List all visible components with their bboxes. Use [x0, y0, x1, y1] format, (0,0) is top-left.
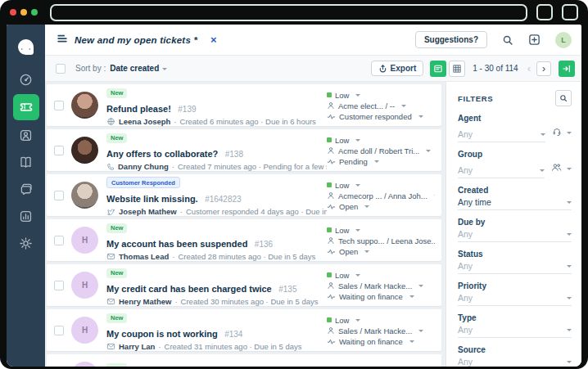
suggestions-button[interactable]: Suggestions? — [415, 31, 487, 48]
contact-name[interactable]: Thomas Lead — [119, 252, 169, 262]
ticket-id: #134 — [224, 330, 242, 339]
sidebar-item-solutions[interactable] — [13, 150, 39, 174]
sort-dropdown[interactable]: Date created — [110, 64, 167, 73]
priority-dropdown[interactable]: Low — [327, 226, 435, 235]
priority-dropdown[interactable]: Low — [327, 136, 435, 145]
status-dropdown[interactable]: Open — [327, 202, 435, 211]
contact-name[interactable]: Danny Chung — [118, 162, 169, 172]
priority-dropdown[interactable]: Low — [327, 366, 435, 367]
priority-dropdown[interactable]: Low — [327, 316, 435, 325]
sidebar-item-tickets[interactable] — [13, 94, 39, 120]
ticket-meta: Customer responded 4 days ago · Due in a… — [186, 207, 327, 217]
priority-value: Low — [335, 136, 349, 145]
assignee-dropdown[interactable]: Acme elect... / -- — [327, 101, 435, 110]
user-avatar[interactable]: L — [555, 32, 572, 48]
ticket-row[interactable]: Customer Responded Website link missing.… — [47, 174, 441, 216]
assignee-icon — [327, 191, 335, 200]
contact-name[interactable]: Joseph Mathew — [119, 207, 177, 217]
sidebar-item-forums[interactable] — [13, 177, 39, 201]
ticket-title[interactable]: My account has been suspended — [106, 239, 247, 249]
filter-dropdown[interactable]: Any time — [458, 197, 572, 210]
collapse-filters-button[interactable] — [559, 61, 575, 77]
prev-page-button[interactable]: ‹ — [524, 62, 534, 74]
filter-group-type: Type Any — [458, 313, 572, 338]
ticket-row[interactable]: H New My coupon is not working #134 Harr… — [47, 309, 441, 351]
next-page-button[interactable]: › — [536, 61, 551, 76]
ticket-row[interactable]: H New Size issue :/ #133 Low Return — [47, 354, 441, 367]
ticket-row[interactable]: New Refund please! #139 Leena Joseph · C… — [47, 84, 441, 126]
filter-side-toggle[interactable] — [551, 161, 572, 178]
ticket-checkbox[interactable] — [54, 146, 64, 155]
assignee-dropdown[interactable]: Sales / Mark Hacke... — [327, 326, 435, 335]
ticket-title[interactable]: Refund please! — [106, 104, 171, 114]
filter-dropdown[interactable]: Any — [458, 293, 572, 306]
assignee-dropdown[interactable]: Sales / Mark Hacke... — [327, 281, 435, 290]
maximize-window-button[interactable] — [31, 9, 38, 16]
status-value: Waiting on finance — [339, 337, 403, 346]
priority-dropdown[interactable]: Low — [327, 91, 435, 100]
close-view-icon[interactable]: × — [210, 34, 217, 45]
search-icon[interactable] — [502, 34, 513, 46]
status-value: Open — [339, 202, 358, 211]
chats-icon — [19, 182, 33, 196]
meta-separator: · — [180, 207, 183, 217]
freshdesk-logo-icon[interactable] — [13, 33, 39, 61]
url-bar[interactable] — [50, 4, 527, 21]
ticket-views-icon[interactable] — [57, 33, 68, 47]
ticket-checkbox[interactable] — [54, 236, 64, 245]
minimize-window-button[interactable] — [20, 9, 27, 16]
priority-dropdown[interactable]: Low — [327, 181, 435, 190]
ticket-checkbox[interactable] — [54, 101, 64, 110]
sidebar-item-settings[interactable] — [13, 231, 39, 255]
sidebar-item-dashboard[interactable] — [13, 67, 39, 92]
ticket-checkbox[interactable] — [54, 281, 64, 290]
assignee-value: Tech suppo... / Leena Jose... — [338, 236, 435, 245]
filter-dropdown[interactable]: Any — [458, 261, 572, 274]
filter-dropdown[interactable]: Any — [458, 129, 545, 142]
assignee-dropdown[interactable]: Acmecorp ... / Anna Joh... — [327, 191, 435, 200]
status-dropdown[interactable]: Waiting on finance — [327, 292, 435, 301]
filter-search-button[interactable] — [555, 90, 572, 106]
ticket-meta-line: Danny Chung · Created 7 minutes ago · Pe… — [106, 162, 327, 172]
assignee-dropdown[interactable]: Acme doll / Robert Tri... — [327, 146, 435, 155]
ticket-row[interactable]: H New My account has been suspended #136… — [47, 219, 441, 261]
browser-action-button[interactable] — [536, 4, 553, 20]
filter-value: Any — [458, 129, 473, 139]
new-ticket-icon[interactable] — [528, 34, 541, 46]
ticket-title[interactable]: Any offers to collaborate? — [106, 149, 218, 159]
caret-down-icon — [567, 361, 572, 363]
ticket-row[interactable]: H New My credit card has been charged tw… — [47, 264, 441, 306]
export-button[interactable]: Export — [371, 61, 424, 76]
contact-name[interactable]: Henry Mathew — [119, 297, 171, 307]
filter-dropdown[interactable]: Any — [458, 357, 572, 367]
ticket-row[interactable]: New Any offers to collaborate? #138 Dann… — [47, 129, 441, 171]
ticket-title[interactable]: Website link missing. — [106, 194, 198, 204]
filter-group-agent: Agent Any — [458, 114, 572, 142]
ticket-title[interactable]: My coupon is not working — [106, 329, 218, 339]
filter-dropdown[interactable]: Any — [458, 165, 545, 178]
filter-side-toggle[interactable] — [552, 125, 572, 142]
assignee-dropdown[interactable]: Tech suppo... / Leena Jose... — [327, 236, 435, 245]
card-view-button[interactable] — [430, 61, 446, 77]
sidebar-item-contacts[interactable] — [13, 123, 39, 147]
browser-menu-button[interactable] — [562, 4, 578, 20]
filter-dropdown[interactable]: Any — [458, 229, 572, 242]
table-view-button[interactable] — [449, 61, 465, 77]
contact-name[interactable]: Harry Lan — [119, 342, 155, 352]
select-all-checkbox[interactable] — [56, 64, 66, 74]
contact-name[interactable]: Leena Joseph — [119, 117, 170, 127]
list-toolbar: Sort by : Date created Export 1 - 30 of … — [45, 56, 581, 82]
caret-down-icon — [401, 105, 406, 107]
status-dropdown[interactable]: Open — [327, 247, 435, 256]
ticket-checkbox[interactable] — [54, 191, 64, 200]
ticket-checkbox[interactable] — [54, 326, 64, 335]
filter-dropdown[interactable]: Any — [458, 325, 572, 338]
priority-dropdown[interactable]: Low — [327, 271, 435, 280]
ticket-title[interactable]: My credit card has been charged twice — [106, 284, 272, 294]
status-dropdown[interactable]: Customer responded — [327, 112, 435, 121]
sidebar-item-reports[interactable] — [13, 204, 39, 228]
caret-down-icon — [434, 195, 435, 197]
close-window-button[interactable] — [10, 9, 16, 16]
status-dropdown[interactable]: Pending — [327, 157, 435, 166]
status-dropdown[interactable]: Waiting on finance — [327, 337, 435, 346]
